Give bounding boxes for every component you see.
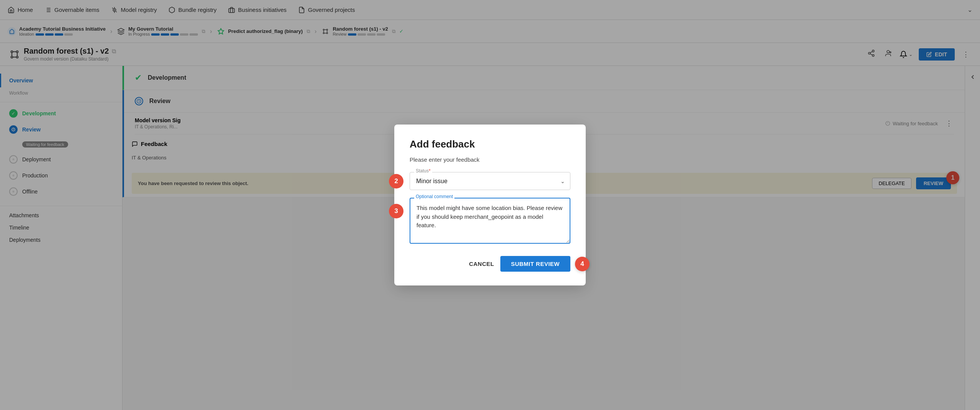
modal-subtitle: Please enter your feedback: [410, 156, 570, 163]
cancel-button[interactable]: CANCEL: [469, 261, 494, 267]
comment-textarea[interactable]: This model might have some location bias…: [410, 198, 570, 244]
comment-form-group: 3 Optional comment This model might have…: [410, 198, 570, 245]
status-label: Status*: [414, 168, 432, 174]
status-select[interactable]: Minor issue: [410, 172, 570, 190]
step-3-badge: 3: [389, 204, 403, 218]
add-feedback-modal: Add feedback Please enter your feedback …: [394, 125, 586, 285]
submit-review-button[interactable]: SUBMIT REVIEW: [500, 256, 570, 272]
step-4-badge: 4: [575, 257, 590, 271]
modal-actions: CANCEL SUBMIT REVIEW 4: [410, 256, 570, 272]
modal-overlay[interactable]: Add feedback Please enter your feedback …: [0, 0, 980, 410]
step-2-badge: 2: [389, 174, 403, 189]
optional-comment-label: Optional comment: [414, 194, 454, 199]
status-form-group: Status* 2 Minor issue ⌄: [410, 172, 570, 190]
modal-title: Add feedback: [410, 138, 570, 150]
